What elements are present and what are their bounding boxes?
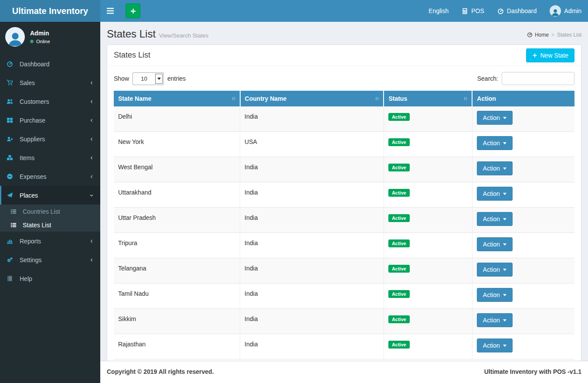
status-badge: Active	[388, 315, 410, 323]
country-name-cell: India	[240, 309, 384, 334]
brand-logo[interactable]: Ultimate Inventory	[0, 0, 100, 22]
users-icon	[7, 98, 16, 105]
chevron-left-icon	[89, 81, 94, 85]
chevron-left-icon	[89, 174, 94, 179]
nav-pos[interactable]: POS	[455, 0, 491, 22]
list-icon	[10, 209, 20, 215]
action-button[interactable]: Action	[477, 263, 513, 277]
entries-label: entries	[167, 75, 186, 82]
chevron-down-icon	[89, 193, 94, 198]
status-badge: Active	[388, 341, 410, 349]
caret-down-icon	[503, 269, 506, 271]
action-button[interactable]: Action	[477, 136, 513, 150]
action-button-label: Action	[483, 165, 500, 172]
status-badge: Active	[388, 239, 410, 247]
online-status-icon	[30, 40, 34, 43]
sidebar-item-label: Help	[20, 275, 32, 282]
quick-add-button[interactable]	[126, 3, 140, 18]
sidebar-item-help[interactable]: Help	[0, 269, 100, 288]
status-badge: Active	[388, 265, 410, 273]
chevron-left-icon	[89, 239, 94, 243]
action-button[interactable]: Action	[477, 111, 513, 125]
sidebar-item-expenses[interactable]: Expenses	[0, 167, 100, 186]
cart-icon	[7, 79, 16, 86]
search-input[interactable]	[502, 72, 574, 85]
sidebar-item-customers[interactable]: Customers	[0, 92, 100, 111]
box-header: States List New State	[107, 45, 581, 66]
book-icon	[7, 275, 16, 282]
header-state-name[interactable]: State Name	[114, 91, 240, 106]
action-button-label: Action	[483, 241, 500, 248]
plus-icon	[130, 8, 136, 14]
sidebar-item-label: Expenses	[20, 173, 46, 180]
caret-down-icon	[503, 218, 506, 220]
new-state-button[interactable]: New State	[526, 48, 574, 62]
state-name-cell: Tripura	[114, 233, 240, 258]
chevron-left-icon	[89, 258, 94, 262]
sort-icon	[231, 96, 236, 101]
sidebar-item-label: Settings	[20, 256, 42, 263]
sidebar-item-label: Items	[20, 154, 34, 161]
nav-user[interactable]: Admin	[543, 0, 588, 22]
action-button[interactable]: Action	[477, 187, 513, 201]
chevron-left-icon	[89, 99, 94, 104]
action-button-label: Action	[483, 266, 500, 273]
status-cell: Active	[384, 182, 472, 208]
show-label: Show	[114, 75, 129, 82]
sidebar-item-countries-list[interactable]: Countries List	[0, 205, 100, 218]
caret-down-icon	[503, 193, 506, 195]
action-button[interactable]: Action	[477, 339, 513, 352]
sidebar: Admin Online Dashboard Sales	[0, 22, 100, 383]
sidebar-item-settings[interactable]: Settings	[0, 250, 100, 269]
status-cell: Active	[384, 208, 472, 233]
action-cell: Action	[472, 233, 574, 258]
entries-select-value: 10	[133, 75, 155, 82]
action-cell: Action	[472, 132, 574, 157]
new-state-button-label: New State	[540, 52, 568, 59]
sort-icon	[374, 96, 380, 101]
show-entries-group: Show 10 entries	[114, 72, 186, 85]
breadcrumb-home-link[interactable]: Home	[527, 32, 549, 38]
action-cell: Action	[472, 157, 574, 182]
state-name-cell: Delhi	[114, 106, 240, 132]
main-header: Ultimate Inventory English	[0, 0, 588, 22]
submenu-item-label: Countries List	[23, 208, 60, 215]
box-body: Show 10 entries Search:	[107, 66, 581, 383]
action-button[interactable]: Action	[477, 161, 513, 175]
action-button[interactable]: Action	[477, 313, 513, 327]
sidebar-user-status[interactable]: Online	[30, 39, 50, 44]
header-status[interactable]: Status	[384, 91, 472, 106]
country-name-cell: India	[240, 106, 384, 132]
sidebar-item-reports[interactable]: Reports	[0, 232, 100, 250]
paper-plane-icon	[7, 192, 16, 198]
sidebar-toggle-button[interactable]	[100, 0, 120, 22]
header-country-name[interactable]: Country Name	[240, 91, 384, 106]
sidebar-item-items[interactable]: Items	[0, 148, 100, 167]
action-cell: Action	[472, 258, 574, 284]
sidebar-item-states-list[interactable]: States List	[0, 218, 100, 232]
action-cell: Action	[472, 284, 574, 309]
state-name-cell: West Bengal	[114, 157, 240, 182]
action-button[interactable]: Action	[477, 212, 513, 226]
sidebar-item-dashboard[interactable]: Dashboard	[0, 55, 100, 73]
country-name-cell: USA	[240, 132, 384, 157]
action-button[interactable]: Action	[477, 237, 513, 251]
header-action: Action	[472, 91, 574, 106]
sidebar-avatar	[5, 27, 25, 47]
table-row: Uttar Pradesh India Active Action	[114, 208, 574, 233]
sidebar-item-suppliers[interactable]: Suppliers	[0, 130, 100, 148]
gauge-icon	[527, 32, 533, 38]
status-badge: Active	[388, 290, 410, 298]
version-text: Ultimate Inventory with POS -v1.1	[484, 368, 581, 376]
sidebar-item-sales[interactable]: Sales	[0, 73, 100, 92]
status-badge: Active	[388, 138, 410, 146]
state-name-cell: Uttarakhand	[114, 182, 240, 208]
user-avatar-icon	[550, 5, 561, 17]
action-button[interactable]: Action	[477, 288, 513, 302]
sidebar-item-places[interactable]: Places	[0, 186, 100, 205]
sidebar-item-purchase[interactable]: Purchase	[0, 111, 100, 130]
nav-dashboard[interactable]: Dashboard	[491, 0, 544, 22]
nav-language[interactable]: English	[422, 0, 455, 22]
hamburger-icon	[107, 8, 114, 14]
entries-select[interactable]: 10	[133, 72, 164, 85]
